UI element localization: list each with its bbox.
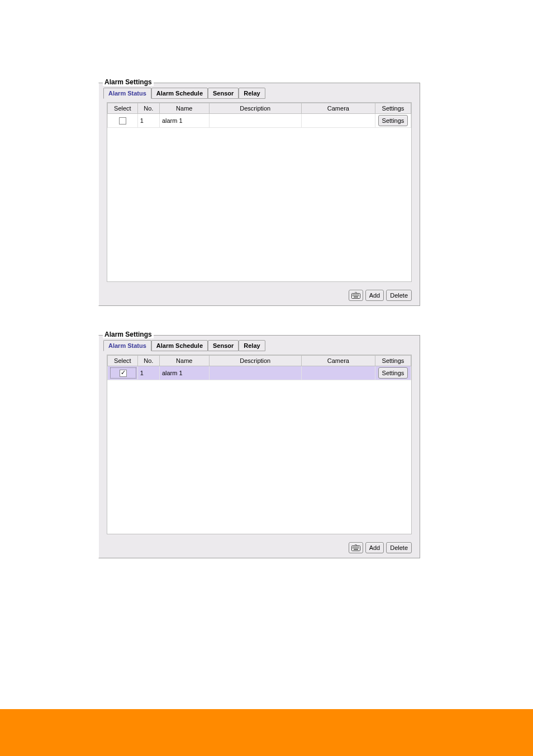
svg-rect-10 xyxy=(356,295,356,296)
delete-button[interactable]: Delete xyxy=(386,290,412,301)
cell-no: 1 xyxy=(137,366,159,380)
svg-rect-27 xyxy=(354,549,358,550)
col-header-settings[interactable]: Settings xyxy=(375,356,411,366)
cell-name: alarm 1 xyxy=(159,366,209,380)
svg-rect-7 xyxy=(353,295,353,296)
col-header-settings[interactable]: Settings xyxy=(375,103,411,114)
col-header-camera[interactable]: Camera xyxy=(301,356,375,366)
tab-sensor[interactable]: Sensor xyxy=(208,340,239,351)
tab-strip: Alarm Status Alarm Schedule Sensor Relay xyxy=(103,340,415,351)
svg-rect-8 xyxy=(354,295,354,296)
col-header-description[interactable]: Description xyxy=(209,356,301,366)
svg-rect-16 xyxy=(354,547,354,547)
alarm-table: Select No. Name Description Camera Setti… xyxy=(107,102,412,282)
row-select-checkbox[interactable] xyxy=(120,370,127,377)
table-row[interactable]: 1 alarm 1 Settings xyxy=(108,114,411,128)
svg-rect-25 xyxy=(357,548,358,548)
add-button[interactable]: Add xyxy=(365,290,384,301)
svg-rect-24 xyxy=(356,548,356,548)
svg-rect-19 xyxy=(357,547,358,547)
svg-rect-2 xyxy=(354,294,354,295)
col-header-no[interactable]: No. xyxy=(137,103,159,114)
cell-camera xyxy=(301,114,375,128)
table-header-row: Select No. Name Description Camera Setti… xyxy=(108,356,411,366)
alarm-settings-panel: Alarm Settings Alarm Status Alarm Schedu… xyxy=(98,83,420,306)
add-button[interactable]: Add xyxy=(365,542,384,553)
footer-actions: Add Delete xyxy=(349,542,412,553)
alarm-settings-panel: Alarm Settings Alarm Status Alarm Schedu… xyxy=(98,335,420,558)
tab-relay[interactable]: Relay xyxy=(239,88,265,99)
svg-rect-17 xyxy=(355,547,355,547)
svg-rect-9 xyxy=(355,295,355,296)
tab-strip: Alarm Status Alarm Schedule Sensor Relay xyxy=(103,88,415,99)
tab-alarm-schedule[interactable]: Alarm Schedule xyxy=(151,88,208,99)
svg-rect-5 xyxy=(357,294,358,295)
keyboard-button[interactable] xyxy=(349,290,363,301)
col-header-description[interactable]: Description xyxy=(209,103,301,114)
footer-actions: Add Delete xyxy=(349,290,412,301)
cell-camera xyxy=(301,366,375,380)
cell-description xyxy=(209,114,301,128)
alarm-table: Select No. Name Description Camera Setti… xyxy=(107,355,412,534)
panel-title: Alarm Settings xyxy=(103,331,154,338)
col-header-camera[interactable]: Camera xyxy=(301,103,375,114)
panel-title: Alarm Settings xyxy=(103,78,154,86)
tab-alarm-schedule[interactable]: Alarm Schedule xyxy=(151,340,208,351)
tab-relay[interactable]: Relay xyxy=(239,340,265,351)
delete-button[interactable]: Delete xyxy=(386,542,412,553)
col-header-name[interactable]: Name xyxy=(159,356,209,366)
page-footer-bar xyxy=(0,709,533,756)
svg-rect-3 xyxy=(355,294,355,295)
svg-rect-4 xyxy=(356,294,356,295)
col-header-name[interactable]: Name xyxy=(159,103,209,114)
svg-rect-13 xyxy=(354,296,358,298)
keyboard-icon xyxy=(351,292,360,299)
svg-rect-12 xyxy=(358,295,359,296)
row-select-checkbox[interactable] xyxy=(119,117,126,125)
table-header-row: Select No. Name Description Camera Setti… xyxy=(108,103,411,114)
keyboard-icon xyxy=(351,544,360,551)
tab-alarm-status[interactable]: Alarm Status xyxy=(103,88,151,99)
cell-description xyxy=(209,366,301,380)
svg-rect-15 xyxy=(353,547,353,547)
table-row[interactable]: 1 alarm 1 Settings xyxy=(108,366,411,380)
cell-name: alarm 1 xyxy=(159,114,209,128)
svg-rect-22 xyxy=(354,548,354,548)
row-settings-button[interactable]: Settings xyxy=(378,115,408,126)
svg-rect-21 xyxy=(353,548,353,548)
svg-rect-1 xyxy=(353,294,353,295)
row-settings-button[interactable]: Settings xyxy=(378,367,408,379)
svg-rect-26 xyxy=(358,548,359,548)
svg-rect-6 xyxy=(358,294,359,295)
col-header-select[interactable]: Select xyxy=(108,356,138,366)
col-header-select[interactable]: Select xyxy=(108,103,138,114)
col-header-no[interactable]: No. xyxy=(137,356,159,366)
svg-rect-11 xyxy=(357,295,358,296)
svg-rect-20 xyxy=(358,547,359,547)
svg-rect-18 xyxy=(356,547,356,547)
svg-rect-23 xyxy=(355,548,355,548)
tab-sensor[interactable]: Sensor xyxy=(208,88,239,99)
cell-no: 1 xyxy=(137,114,159,128)
keyboard-button[interactable] xyxy=(349,542,363,553)
tab-alarm-status[interactable]: Alarm Status xyxy=(103,340,151,351)
